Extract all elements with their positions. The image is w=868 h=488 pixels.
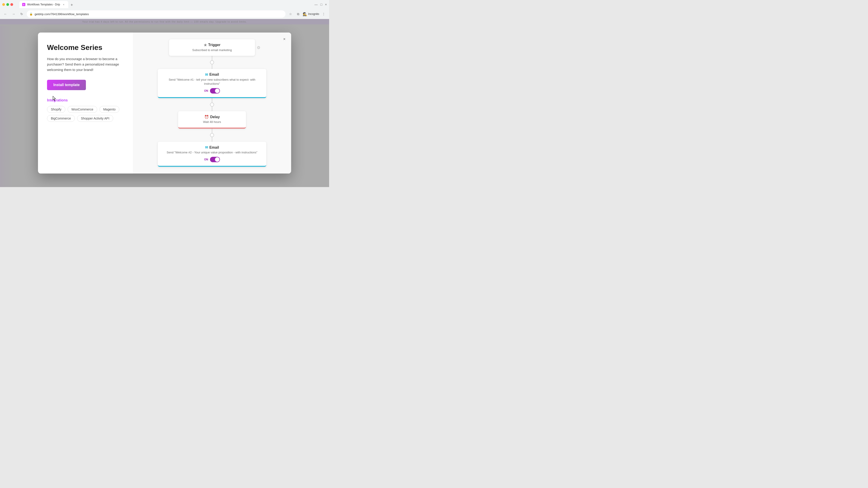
modal-left-panel: Welcome Series How do you encourage a br… [38, 33, 133, 174]
browser-chrome: D Workflows Templates - Drip × + — □ × ←… [0, 0, 329, 19]
navigation-bar: ← → ↻ 🔒 getdrip.com/7641396/workflow_tem… [0, 9, 329, 19]
email-2-toggle-wrap: ON [162, 157, 262, 162]
email-2-toggle[interactable] [210, 157, 220, 162]
connector-1 [149, 56, 275, 69]
connector-dot [210, 60, 214, 64]
email-1-toggle-label: ON [204, 89, 208, 92]
forward-button[interactable]: → [10, 11, 17, 17]
email-2-subtitle: Send "Welcome #2 - Your unique value pro… [162, 151, 262, 155]
email-2-label: Email [209, 145, 219, 150]
delay-subtitle: Wait 48 hours [183, 120, 241, 124]
connector-dot-3 [210, 133, 214, 137]
trigger-node: ★ Trigger Subscribed to email marketing [169, 39, 255, 56]
delay-icon: ⏰ [204, 115, 209, 119]
integration-tags-list: Shopify WooCommerce Magento BigCommerce … [47, 106, 124, 122]
tab-close-button[interactable]: × [62, 3, 66, 6]
lock-icon: 🔒 [29, 12, 33, 15]
trigger-settings-icon[interactable]: ⚙ [257, 45, 261, 50]
trigger-label: Trigger [208, 43, 220, 47]
incognito-indicator: 🕵 Incognito [303, 12, 319, 16]
back-button[interactable]: ← [2, 11, 8, 17]
workflow-diagram: ★ Trigger Subscribed to email marketing … [149, 39, 275, 167]
modal-title: Welcome Series [47, 43, 124, 52]
modal-right-panel: ★ Trigger Subscribed to email marketing … [133, 33, 291, 174]
email-1-subtitle: Send "Welcome #1 - tell your new subscri… [162, 78, 262, 86]
connector-line [212, 64, 212, 69]
email-node-1: ✉ Email Send "Welcome #1 - tell your new… [158, 69, 266, 98]
trigger-star-icon: ★ [204, 43, 207, 47]
window-maximize[interactable] [6, 3, 9, 6]
modal-overlay: × Welcome Series How do you encourage a … [0, 19, 329, 187]
toggle-knob [215, 89, 219, 93]
refresh-button[interactable]: ↻ [19, 11, 25, 17]
email-2-icon: ✉ [205, 145, 208, 150]
email-1-label: Email [209, 72, 219, 76]
toggle-knob-2 [215, 157, 219, 162]
integrations-title: Integrations [47, 98, 124, 102]
title-bar: D Workflows Templates - Drip × + — □ × [0, 0, 329, 9]
chrome-close[interactable]: × [325, 3, 327, 6]
tab-title: Workflows Templates - Drip [27, 3, 60, 6]
chrome-restore[interactable]: □ [320, 3, 322, 6]
window-close[interactable] [10, 3, 13, 6]
extension-button[interactable]: ⧉ [295, 11, 301, 17]
integration-shopify: Shopify [47, 106, 65, 113]
connector-line [212, 98, 212, 103]
menu-button[interactable]: ⋮ [320, 11, 327, 17]
email-1-type-label: ✉ Email [162, 72, 262, 77]
connector-line [212, 107, 212, 111]
integration-woocommerce: WooCommerce [68, 106, 97, 113]
email-1-icon: ✉ [205, 72, 208, 77]
email-node-2: ✉ Email Send "Welcome #2 - Your unique v… [158, 142, 266, 167]
integration-shopper-api: Shopper Activity API [77, 115, 113, 122]
integration-bigcommerce: BigCommerce [47, 115, 75, 122]
connector-dot-2 [210, 103, 214, 107]
window-minimize[interactable] [2, 3, 5, 6]
connector-line [212, 129, 212, 133]
modal-close-button[interactable]: × [281, 36, 287, 42]
trigger-subtitle: Subscribed to email marketing [174, 48, 250, 52]
delay-node: ⏰ Delay Wait 48 hours [178, 111, 246, 129]
incognito-label: Incognito [308, 12, 319, 15]
email-1-toggle-wrap: ON [162, 88, 262, 94]
new-tab-button[interactable]: + [69, 2, 75, 8]
connector-2 [149, 98, 275, 111]
trigger-type-label: ★ Trigger [174, 43, 250, 47]
delay-label: Delay [210, 115, 220, 119]
browser-tab-active[interactable]: D Workflows Templates - Drip × [20, 1, 68, 8]
integration-magento: Magento [99, 106, 119, 113]
chrome-minimize[interactable]: — [314, 3, 318, 6]
delay-type-label: ⏰ Delay [183, 115, 241, 119]
email-1-toggle[interactable] [210, 88, 220, 94]
modal-description: How do you encourage a browser to become… [47, 56, 124, 72]
connector-3 [149, 129, 275, 142]
email-2-toggle-label: ON [204, 158, 208, 161]
bookmark-button[interactable]: ☆ [287, 11, 293, 17]
modal-dialog: × Welcome Series How do you encourage a … [38, 33, 291, 174]
connector-line [212, 56, 212, 60]
page-background: Your trial has 4 days left to run. All t… [0, 19, 329, 187]
nav-actions: ☆ ⧉ 🕵 Incognito ⋮ [287, 11, 327, 17]
connector-line [212, 137, 212, 142]
email-2-type-label: ✉ Email [162, 145, 262, 150]
install-template-button[interactable]: Install template [47, 80, 86, 90]
address-bar[interactable]: 🔒 getdrip.com/7641396/workflow_templates [27, 10, 285, 18]
tab-favicon: D [22, 3, 25, 6]
address-url: getdrip.com/7641396/workflow_templates [35, 12, 89, 16]
